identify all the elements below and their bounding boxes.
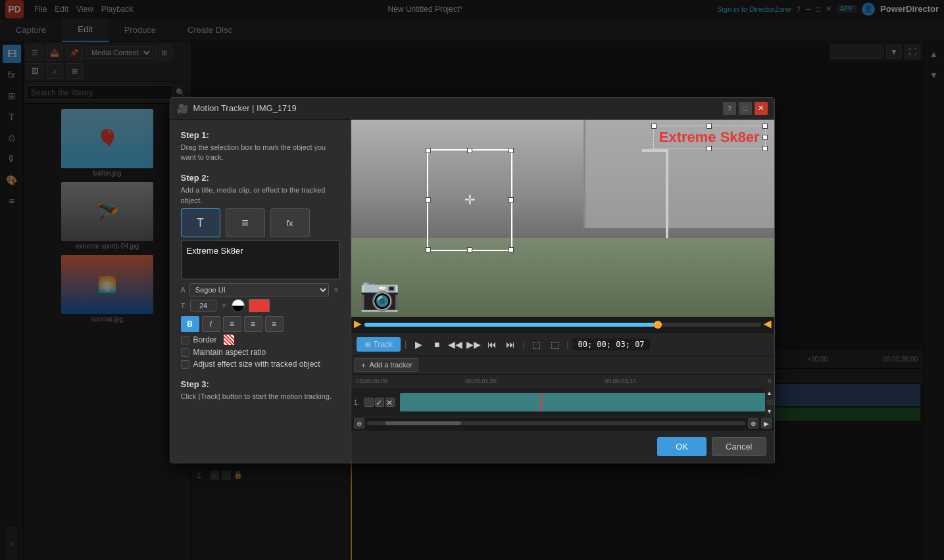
- scrollbar-thumb[interactable]: [385, 421, 461, 425]
- preview-track-bar[interactable]: [364, 323, 761, 327]
- border-checkbox[interactable]: [181, 336, 189, 344]
- frame-fwd-btn[interactable]: ▶▶: [466, 337, 482, 352]
- size-label: T:: [181, 302, 187, 310]
- dialog-title: Motion Tracker | IMG_1719: [193, 103, 718, 113]
- handle-mr[interactable]: [509, 197, 514, 202]
- text-handle-tl[interactable]: [651, 124, 657, 129]
- frame-back-btn[interactable]: ◀◀: [447, 337, 463, 352]
- play-btn[interactable]: ▶: [410, 337, 426, 352]
- aspect-checkbox[interactable]: [181, 348, 189, 357]
- tracker-selection-box[interactable]: ✛: [427, 149, 512, 251]
- handle-bl[interactable]: [426, 247, 431, 252]
- track-icon: ⊕: [364, 340, 371, 349]
- effect-size-row: Adjust effect size with tracked object: [181, 360, 340, 369]
- ok-button[interactable]: OK: [657, 437, 707, 456]
- handle-tc[interactable]: [467, 148, 472, 153]
- playback-controls: ⊕ Track | ▶ ■ ◀◀ ▶▶ ⏮ ⏭ | ⬚ ⬚ | 00; 00; …: [351, 333, 774, 356]
- handle-br[interactable]: [509, 247, 514, 252]
- crosshair-icon: ✛: [464, 192, 476, 208]
- tracker-row-num: 1.: [351, 398, 364, 406]
- dialog-titlebar: 🎥 Motion Tracker | IMG_1719 ? □ ✕: [170, 98, 774, 120]
- tracker-icon-1[interactable]: [364, 398, 374, 407]
- color-swatch[interactable]: [249, 299, 270, 312]
- aspect-label: Maintain aspect ratio: [193, 348, 266, 357]
- text-handle-tr[interactable]: [762, 124, 768, 129]
- text-handle-mr[interactable]: [762, 135, 768, 140]
- step1: Step 1: Drag the selection box to mark t…: [181, 130, 340, 163]
- size-dropdown-arrow[interactable]: ▼: [220, 302, 228, 310]
- add-tracker-label: Add a tracker: [370, 361, 412, 369]
- timeline-fill: [364, 323, 662, 327]
- scroll-minus[interactable]: ⊖: [354, 418, 364, 429]
- media-type-btn[interactable]: ≡: [226, 208, 265, 237]
- dialog-close-btn[interactable]: ✕: [755, 102, 768, 115]
- plus-icon: ＋: [360, 360, 367, 370]
- fast-fwd-btn[interactable]: ⏭: [503, 337, 518, 352]
- motion-tracker-dialog: 🎥 Motion Tracker | IMG_1719 ? □ ✕ Step 1…: [170, 97, 775, 463]
- track-button[interactable]: ⊕ Track: [357, 337, 401, 352]
- text-overlay-box[interactable]: Extreme Sk8er: [653, 126, 766, 149]
- ruler-time-2: 00;00;03;10: [605, 378, 636, 385]
- italic-btn[interactable]: I: [202, 316, 220, 332]
- timeline-scrubber[interactable]: [654, 321, 662, 329]
- text-handle-bc[interactable]: [707, 146, 712, 151]
- vscroll-up[interactable]: ▲: [765, 388, 774, 398]
- text-handle-br[interactable]: [762, 146, 768, 151]
- font-dropdown-arrow[interactable]: ▼: [333, 286, 340, 294]
- dialog-icon: 🎥: [177, 103, 188, 114]
- tracker-icon-2[interactable]: ✓: [375, 398, 384, 407]
- separator-2: |: [522, 340, 524, 349]
- stop-btn[interactable]: ■: [429, 337, 445, 352]
- border-pattern: [224, 335, 234, 345]
- tracker-scrollbar: ⊖ ⊕ ▶: [351, 417, 774, 430]
- text-editor[interactable]: Extreme Sk8er: [181, 240, 340, 279]
- border-row: Border: [181, 335, 340, 345]
- scroll-plus[interactable]: ⊕: [748, 418, 758, 429]
- format-row: B I ≡ ≡ ≡: [181, 316, 340, 332]
- add-tracker-btn[interactable]: ＋ Add a tracker: [354, 358, 418, 372]
- align-left-btn[interactable]: ≡: [223, 316, 241, 332]
- handle-tr[interactable]: [509, 148, 514, 153]
- align-right-btn[interactable]: ≡: [265, 316, 284, 332]
- bold-btn[interactable]: B: [181, 316, 199, 332]
- fast-back-btn[interactable]: ⏮: [484, 337, 500, 352]
- handle-bc[interactable]: [467, 247, 472, 252]
- mark-in-btn[interactable]: ⬚: [528, 337, 544, 352]
- goal-post: [666, 149, 668, 238]
- step1-text: Drag the selection box to mark the objec…: [181, 143, 340, 163]
- dialog-overlay: 🎥 Motion Tracker | IMG_1719 ? □ ✕ Step 1…: [0, 0, 944, 560]
- scroll-right[interactable]: ▶: [761, 418, 772, 429]
- effect-size-checkbox[interactable]: [181, 360, 189, 369]
- scrollbar-track[interactable]: [367, 421, 745, 425]
- size-row: T: ▼: [181, 299, 340, 312]
- handle-ml[interactable]: [426, 197, 431, 202]
- vscroll-down[interactable]: ▼: [765, 406, 774, 417]
- dialog-help-btn[interactable]: ?: [723, 102, 736, 115]
- tracker-icon-3[interactable]: ✕: [385, 398, 395, 407]
- separator-1: |: [405, 340, 407, 349]
- vertical-scrollbar: ▲ ▼: [765, 388, 774, 417]
- color-mode-btn[interactable]: [232, 299, 245, 312]
- playback-time: 00; 00; 03; 07: [572, 338, 649, 350]
- ruler-time-1: 00;00;01;20: [465, 378, 497, 385]
- handle-tl[interactable]: [426, 148, 431, 153]
- text-type-btn[interactable]: T: [181, 208, 220, 237]
- tracker-clip[interactable]: [400, 393, 769, 411]
- step2: Step 2: Add a title, media clip, or effe…: [181, 173, 340, 369]
- dialog-title-buttons: ? □ ✕: [723, 102, 768, 115]
- font-select[interactable]: Segoe UI: [189, 283, 329, 296]
- preview-timeline-bar: [351, 317, 774, 333]
- mark-out-btn[interactable]: ⬚: [547, 337, 562, 352]
- dialog-restore-btn[interactable]: □: [739, 102, 752, 115]
- cancel-button[interactable]: Cancel: [712, 437, 766, 456]
- tracker-ruler: 00;00;00;00 00;00;01;20 00;00;03;10 0: [351, 375, 774, 388]
- ruler-time-0: 00;00;00;00: [357, 378, 388, 385]
- step3-text: Click [Track] button to start the motion…: [181, 392, 340, 402]
- font-size-input[interactable]: [190, 300, 216, 312]
- vscroll-track[interactable]: [766, 400, 773, 405]
- preview-video: 📷: [351, 120, 774, 317]
- instructions-panel: Step 1: Drag the selection box to mark t…: [170, 120, 351, 463]
- fx-type-btn[interactable]: fx: [270, 208, 310, 237]
- align-center-btn[interactable]: ≡: [244, 316, 262, 332]
- text-handle-tc[interactable]: [707, 124, 712, 129]
